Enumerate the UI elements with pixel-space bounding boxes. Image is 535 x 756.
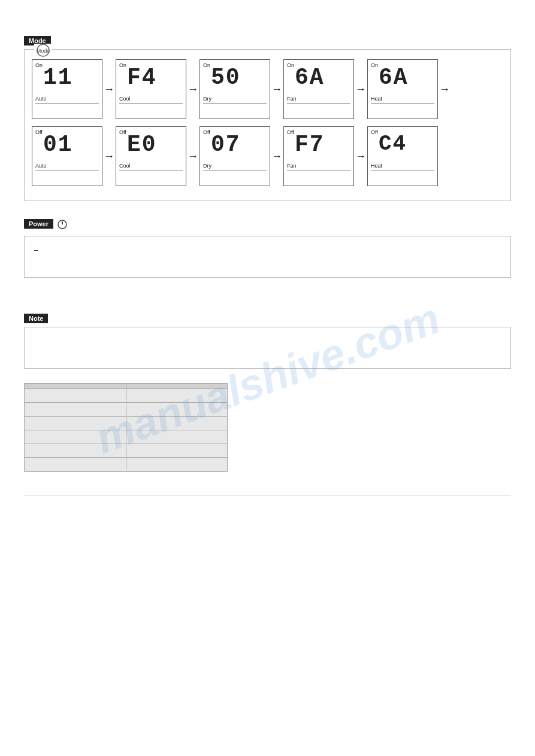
section2-label: Power xyxy=(24,219,53,229)
lcd-card-on-auto: On 11 Auto xyxy=(32,59,102,119)
table-cell xyxy=(126,403,228,417)
table-row xyxy=(25,403,228,417)
table-row xyxy=(25,444,228,458)
lcd-card-off-heat: Off C4 Heat xyxy=(367,126,438,186)
lcd-state-4: On xyxy=(287,62,294,68)
bottom-divider xyxy=(24,496,511,496)
table-cell xyxy=(25,430,126,444)
note-box xyxy=(24,327,511,369)
arrow-off-1: → xyxy=(104,150,114,163)
lcd-number-off-2: E0 xyxy=(127,132,183,157)
lcd-row-on: On 11 Auto → On F4 Cool → On 50 xyxy=(32,59,503,119)
lcd-label-4: Fan xyxy=(287,96,297,102)
lcd-label-off-2: Cool xyxy=(119,163,131,169)
lcd-card-off-auto: Off 01 Auto xyxy=(32,126,102,186)
svg-text:Mode: Mode xyxy=(37,48,50,54)
lcd-label-off-1: Auto xyxy=(35,163,47,169)
mode-box: Mode On 11 Auto → On F4 Cool xyxy=(24,49,511,201)
table-cell xyxy=(25,417,126,430)
lcd-state-off-2: Off xyxy=(119,129,126,135)
lcd-state-5: On xyxy=(371,62,378,68)
lcd-label-1: Auto xyxy=(35,96,47,102)
mode-select-icon: Mode xyxy=(34,44,52,59)
table-cell xyxy=(126,458,228,472)
data-table xyxy=(24,383,228,472)
lcd-card-off-dry: Off 07 Dry xyxy=(200,126,270,186)
table-row xyxy=(25,430,228,444)
lcd-label-off-4: Fan xyxy=(287,163,297,169)
lcd-label-5: Heat xyxy=(371,96,382,102)
table-row xyxy=(25,389,228,403)
lcd-state-2: On xyxy=(119,62,126,68)
lcd-number-5: 6A xyxy=(379,65,435,90)
lcd-number-4: 6A xyxy=(295,65,351,90)
arrow-off-3: → xyxy=(271,150,282,163)
table-row xyxy=(25,417,228,430)
arrow-off-2: → xyxy=(188,150,198,163)
table-cell xyxy=(25,389,126,403)
table-cell xyxy=(126,444,228,458)
table-cell xyxy=(25,444,126,458)
lcd-number-off-1: 01 xyxy=(43,132,99,157)
arrow-1: → xyxy=(104,83,114,96)
lcd-number-3: 50 xyxy=(211,65,267,90)
lcd-label-off-5: Heat xyxy=(371,163,382,169)
lcd-row-off: Off 01 Auto → Off E0 Cool → Off 07 xyxy=(32,126,503,186)
lcd-label-3: Dry xyxy=(203,96,211,102)
lcd-state-1: On xyxy=(35,62,43,68)
table-cell xyxy=(25,458,126,472)
table-row xyxy=(25,458,228,472)
section3-label: Note xyxy=(24,314,48,323)
lcd-number-off-4: F7 xyxy=(295,132,351,157)
power-icon xyxy=(57,219,68,232)
lcd-card-on-heat: On 6A Heat xyxy=(367,59,438,119)
lcd-number-off-5: C4 xyxy=(379,132,435,156)
lcd-card-on-fan: On 6A Fan xyxy=(283,59,354,119)
lcd-number-off-3: 07 xyxy=(211,132,267,157)
note-section: Note xyxy=(24,314,511,369)
power-section: Power – xyxy=(24,219,511,278)
table-cell xyxy=(126,430,228,444)
power-content: – xyxy=(34,246,38,254)
arrow-off-4: → xyxy=(355,150,366,163)
lcd-card-on-dry: On 50 Dry xyxy=(200,59,270,119)
lcd-state-off-3: Off xyxy=(203,129,210,135)
power-info-box: – xyxy=(24,236,511,278)
lcd-state-off-4: Off xyxy=(287,129,294,135)
lcd-card-off-cool: Off E0 Cool xyxy=(116,126,186,186)
lcd-card-on-cool: On F4 Cool xyxy=(116,59,186,119)
lcd-label-off-3: Dry xyxy=(203,163,211,169)
arrow-3: → xyxy=(271,83,282,96)
lcd-number-1: 11 xyxy=(43,65,99,90)
lcd-number-2: F4 xyxy=(127,65,183,90)
arrow-4: → xyxy=(355,83,366,96)
lcd-label-2: Cool xyxy=(119,96,131,102)
arrow-end: → xyxy=(439,83,450,96)
table-cell xyxy=(126,417,228,430)
table-header-1 xyxy=(25,384,126,389)
table-cell xyxy=(126,389,228,403)
arrow-2: → xyxy=(188,83,198,96)
lcd-state-3: On xyxy=(203,62,210,68)
lcd-state-off-5: Off xyxy=(371,129,378,135)
table-cell xyxy=(25,403,126,417)
table-header-2 xyxy=(126,384,228,389)
lcd-state-off-1: Off xyxy=(35,129,43,135)
lcd-card-off-fan: Off F7 Fan xyxy=(283,126,354,186)
